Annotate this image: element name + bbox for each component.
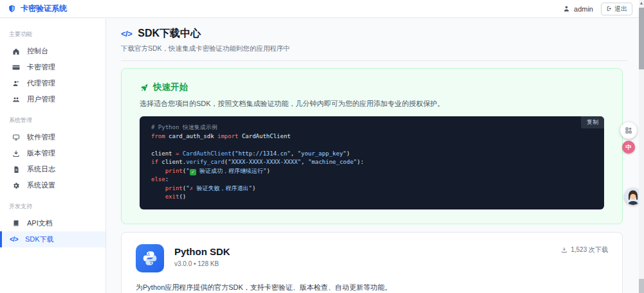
sidebar-item-dashboard[interactable]: 控制台 bbox=[0, 43, 106, 59]
sidebar-item-label: 卡密管理 bbox=[27, 62, 55, 72]
code-line: else: bbox=[151, 175, 593, 184]
sidebar-item-label: 版本管理 bbox=[27, 148, 55, 158]
copy-button[interactable]: 复制 bbox=[581, 116, 604, 129]
logout-label: 退出 bbox=[614, 4, 627, 13]
code-line: if client.verify_card("XXXX-XXXX-XXXX-XX… bbox=[151, 158, 593, 167]
code-line: print("✓ 验证成功，程序继续运行") bbox=[151, 167, 593, 176]
page-header: </> SDK下载中心 下载官方SDK，快速集成卡密验证功能到您的应用程序中 bbox=[121, 27, 627, 61]
logout-button[interactable]: 退出 bbox=[601, 3, 632, 15]
page-title: SDK下载中心 bbox=[138, 27, 201, 40]
sidebar-item-label: 控制台 bbox=[27, 46, 48, 56]
code-line: print("✗ 验证失败，程序退出") bbox=[151, 184, 593, 193]
translate-label: 中 bbox=[626, 143, 632, 152]
rocket-icon bbox=[140, 83, 149, 92]
scroll-up-arrow-icon[interactable] bbox=[640, 2, 643, 4]
sidebar-item-label: 代理管理 bbox=[27, 78, 55, 88]
code-block: # Python 快速集成示例from card_auth_sdk import… bbox=[140, 116, 604, 209]
code-line: client = CardAuthClient("http://1314.cn"… bbox=[151, 150, 593, 159]
download-icon bbox=[12, 150, 20, 157]
page-subtitle: 下载官方SDK，快速集成卡密验证功能到您的应用程序中 bbox=[121, 44, 627, 53]
user-icon bbox=[563, 5, 570, 12]
quick-start-description: 选择适合您项目的SDK，按照文档集成验证功能，几分钟内即可为您的应用添加专业的授… bbox=[140, 99, 604, 109]
sidebar-nav: 主要功能控制台卡密管理代理管理用户管理系统管理软件管理版本管理系统日志系统设置开… bbox=[0, 30, 106, 247]
code-line: exit() bbox=[151, 193, 593, 202]
sidebar-item-label: 用户管理 bbox=[27, 94, 55, 104]
extension-widget-button[interactable] bbox=[620, 122, 637, 139]
user-name: admin bbox=[574, 5, 593, 13]
scrollbar-bottom-button[interactable] bbox=[639, 279, 644, 293]
brand[interactable]: 卡密验证系统 bbox=[0, 3, 67, 14]
sidebar: 主要功能控制台卡密管理代理管理用户管理系统管理软件管理版本管理系统日志系统设置开… bbox=[0, 19, 106, 293]
sidebar-item-sdk-download[interactable]: </>SDK下载 bbox=[0, 231, 106, 247]
sidebar-section-label: 开发支持 bbox=[0, 202, 106, 211]
agent-icon bbox=[12, 80, 20, 87]
sidebar-item-label: 系统设置 bbox=[27, 181, 55, 190]
translate-button[interactable]: 中 bbox=[622, 141, 635, 154]
quick-start-card: 快速开始 选择适合您项目的SDK，按照文档集成验证功能，几分钟内即可为您的应用添… bbox=[121, 68, 623, 224]
sidebar-item-users[interactable]: 用户管理 bbox=[0, 91, 106, 107]
app-title: 卡密验证系统 bbox=[21, 3, 67, 14]
topbar: 卡密验证系统 admin 退出 bbox=[0, 0, 644, 18]
code-icon: </> bbox=[10, 236, 18, 243]
sdk-downloads-label: 1,523 次下载 bbox=[571, 245, 608, 254]
sidebar-item-versions[interactable]: 版本管理 bbox=[0, 145, 106, 161]
sidebar-item-api-docs[interactable]: API文档 bbox=[0, 215, 106, 231]
sdk-version: v3.0.0 • 128 KB bbox=[174, 260, 230, 267]
main-content: </> SDK下载中心 下载官方SDK，快速集成卡密验证功能到您的应用程序中 快… bbox=[107, 19, 644, 293]
sidebar-section-label: 主要功能 bbox=[0, 30, 106, 39]
sidebar-section-label: 系统管理 bbox=[0, 116, 106, 125]
sdk-name: Python SDK bbox=[174, 246, 230, 257]
document-icon bbox=[12, 166, 20, 173]
code-sample: 复制 # Python 快速集成示例from card_auth_sdk imp… bbox=[140, 116, 604, 209]
scrollbar-thumb[interactable] bbox=[639, 8, 644, 69]
python-logo-icon bbox=[136, 244, 164, 272]
logout-icon bbox=[606, 6, 612, 12]
sdk-title-block: Python SDK v3.0.0 • 128 KB bbox=[174, 244, 230, 267]
sdk-description: 为Python应用程序提供的官方SDK，支持卡密验证、版本检查、自动更新等功能。 bbox=[136, 283, 608, 292]
sidebar-item-cards[interactable]: 卡密管理 bbox=[0, 59, 106, 75]
sidebar-item-label: 系统日志 bbox=[27, 164, 55, 174]
book-icon bbox=[12, 220, 20, 227]
sidebar-item-software[interactable]: 软件管理 bbox=[0, 129, 106, 145]
python-sdk-card: Python SDK v3.0.0 • 128 KB 1,523 次下载 为Py… bbox=[121, 232, 623, 293]
sidebar-item-label: 软件管理 bbox=[27, 132, 55, 142]
sidebar-item-settings[interactable]: 系统设置 bbox=[0, 177, 106, 193]
quick-start-title: 快速开始 bbox=[153, 82, 188, 93]
topbar-user-area: admin 退出 bbox=[563, 3, 644, 15]
card-icon bbox=[12, 64, 20, 71]
sidebar-item-agents[interactable]: 代理管理 bbox=[0, 75, 106, 91]
sidebar-item-logs[interactable]: 系统日志 bbox=[0, 161, 106, 177]
code-icon: </> bbox=[121, 29, 132, 39]
code-line bbox=[151, 141, 593, 150]
gear-icon bbox=[12, 182, 20, 190]
sidebar-item-label: API文档 bbox=[27, 218, 53, 228]
download-count-icon bbox=[561, 247, 567, 253]
code-line: from card_auth_sdk import CardAuthClient bbox=[151, 132, 593, 141]
grid-plus-icon bbox=[625, 127, 632, 134]
sidebar-item-label: SDK下载 bbox=[25, 235, 54, 244]
monitor-icon bbox=[12, 134, 20, 141]
users-icon bbox=[12, 96, 20, 103]
code-line: # Python 快速集成示例 bbox=[151, 123, 593, 132]
shield-icon bbox=[8, 4, 16, 13]
sdk-downloads: 1,523 次下载 bbox=[561, 245, 608, 254]
scrollbar[interactable] bbox=[639, 0, 644, 293]
home-icon bbox=[12, 48, 20, 55]
